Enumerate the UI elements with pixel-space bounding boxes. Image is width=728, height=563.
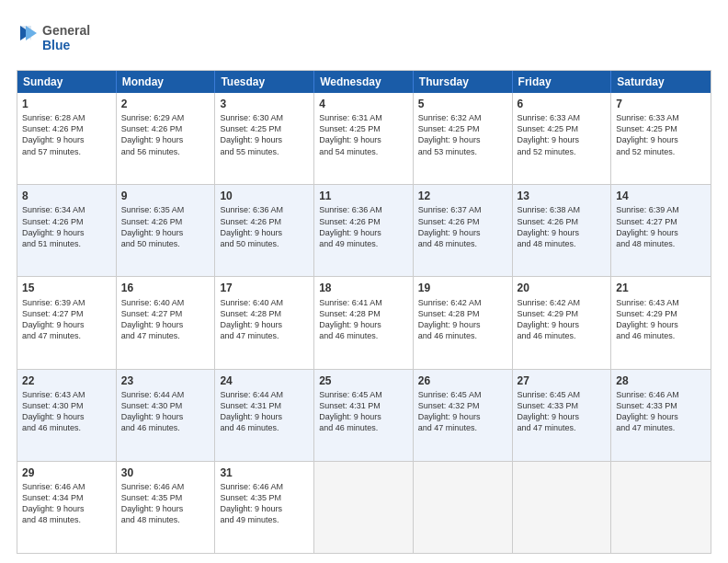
cell-info-line: Sunset: 4:26 PM: [518, 216, 607, 227]
cell-info-line: Sunrise: 6:33 AM: [518, 112, 607, 123]
cell-info-line: and 48 minutes.: [121, 514, 210, 525]
cell-info-line: Daylight: 9 hours: [319, 319, 408, 330]
cell-info-line: and 46 minutes.: [319, 330, 408, 341]
cell-info-line: Sunset: 4:26 PM: [418, 216, 507, 227]
day-number: 9: [121, 189, 210, 203]
cell-info-line: and 53 minutes.: [418, 146, 507, 157]
cell-info-line: Sunset: 4:30 PM: [121, 400, 210, 411]
cell-info-line: and 50 minutes.: [220, 238, 309, 249]
calendar-cell: 17Sunrise: 6:40 AMSunset: 4:28 PMDayligh…: [215, 277, 314, 368]
cell-info-line: Daylight: 9 hours: [22, 134, 111, 145]
cell-info-line: and 49 minutes.: [319, 238, 408, 249]
cell-info-line: Daylight: 9 hours: [22, 411, 111, 422]
calendar-cell: 9Sunrise: 6:35 AMSunset: 4:26 PMDaylight…: [117, 185, 216, 276]
cell-info-line: Sunset: 4:35 PM: [220, 492, 309, 503]
day-number: 13: [518, 189, 607, 203]
calendar-cell: 27Sunrise: 6:45 AMSunset: 4:33 PMDayligh…: [513, 370, 612, 461]
cell-info-line: and 52 minutes.: [518, 146, 607, 157]
cell-info-line: Sunset: 4:33 PM: [616, 400, 706, 411]
cell-info-line: Sunset: 4:26 PM: [220, 216, 309, 227]
cell-info-line: Sunset: 4:25 PM: [518, 123, 607, 134]
cell-info-line: and 56 minutes.: [121, 146, 210, 157]
cell-info-line: and 48 minutes.: [418, 238, 507, 249]
cell-info-line: Daylight: 9 hours: [418, 319, 507, 330]
cell-info-line: Daylight: 9 hours: [22, 227, 111, 238]
cell-info-line: and 46 minutes.: [319, 422, 408, 433]
cell-info-line: Daylight: 9 hours: [418, 227, 507, 238]
calendar-cell: 26Sunrise: 6:45 AMSunset: 4:32 PMDayligh…: [414, 370, 513, 461]
day-number: 16: [121, 281, 210, 295]
cell-info-line: Sunset: 4:30 PM: [22, 400, 111, 411]
calendar-cell: 12Sunrise: 6:37 AMSunset: 4:26 PMDayligh…: [414, 185, 513, 276]
cell-info-line: Daylight: 9 hours: [121, 411, 210, 422]
cell-info-line: Daylight: 9 hours: [518, 227, 607, 238]
cell-info-line: Sunset: 4:25 PM: [616, 123, 706, 134]
cell-info-line: Sunrise: 6:39 AM: [22, 297, 111, 308]
cell-info-line: Daylight: 9 hours: [518, 319, 607, 330]
empty-cell: [513, 462, 612, 553]
day-number: 27: [518, 373, 607, 388]
cell-info-line: Sunrise: 6:36 AM: [319, 204, 408, 215]
cell-info-line: and 47 minutes.: [418, 422, 507, 433]
calendar-cell: 25Sunrise: 6:45 AMSunset: 4:31 PMDayligh…: [314, 370, 414, 461]
day-number: 18: [319, 281, 408, 295]
cell-info-line: Daylight: 9 hours: [22, 319, 111, 330]
cell-info-line: Daylight: 9 hours: [616, 227, 706, 238]
day-number: 31: [220, 465, 309, 480]
cell-info-line: Sunrise: 6:35 AM: [121, 204, 210, 215]
calendar-cell: 14Sunrise: 6:39 AMSunset: 4:27 PMDayligh…: [611, 185, 711, 276]
calendar-cell: 13Sunrise: 6:38 AMSunset: 4:26 PMDayligh…: [513, 185, 612, 276]
cell-info-line: Sunrise: 6:44 AM: [220, 389, 309, 400]
cell-info-line: Sunrise: 6:46 AM: [616, 389, 706, 400]
day-number: 3: [220, 97, 309, 111]
calendar-cell: 16Sunrise: 6:40 AMSunset: 4:27 PMDayligh…: [117, 277, 216, 368]
cell-info-line: Sunrise: 6:45 AM: [418, 389, 507, 400]
cell-info-line: Daylight: 9 hours: [319, 411, 408, 422]
cell-info-line: Sunrise: 6:42 AM: [418, 297, 507, 308]
header: General Blue: [17, 17, 711, 61]
logo-text: General Blue: [17, 17, 118, 61]
cell-info-line: Daylight: 9 hours: [616, 134, 706, 145]
cell-info-line: and 55 minutes.: [220, 146, 309, 157]
cell-info-line: Sunset: 4:28 PM: [319, 308, 408, 319]
day-number: 12: [418, 189, 507, 203]
cell-info-line: Daylight: 9 hours: [418, 134, 507, 145]
cell-info-line: Sunrise: 6:39 AM: [616, 204, 706, 215]
cell-info-line: Sunrise: 6:34 AM: [22, 204, 111, 215]
weekday-header: Sunday: [17, 71, 117, 93]
cell-info-line: Sunrise: 6:45 AM: [319, 389, 408, 400]
day-number: 5: [418, 97, 507, 111]
cell-info-line: and 47 minutes.: [616, 422, 706, 433]
day-number: 8: [22, 189, 111, 203]
cell-info-line: Sunset: 4:31 PM: [319, 400, 408, 411]
calendar-cell: 19Sunrise: 6:42 AMSunset: 4:28 PMDayligh…: [414, 277, 513, 368]
day-number: 20: [518, 281, 607, 295]
cell-info-line: Sunset: 4:32 PM: [418, 400, 507, 411]
cell-info-line: Sunset: 4:26 PM: [121, 216, 210, 227]
calendar-cell: 4Sunrise: 6:31 AMSunset: 4:25 PMDaylight…: [314, 93, 414, 184]
cell-info-line: Daylight: 9 hours: [121, 319, 210, 330]
weekday-header: Thursday: [414, 71, 513, 93]
cell-info-line: Sunset: 4:25 PM: [319, 123, 408, 134]
day-number: 28: [616, 373, 706, 388]
day-number: 15: [22, 281, 111, 295]
calendar-cell: 2Sunrise: 6:29 AMSunset: 4:26 PMDaylight…: [117, 93, 216, 184]
cell-info-line: Sunrise: 6:43 AM: [616, 297, 706, 308]
day-number: 19: [418, 281, 507, 295]
calendar-body: 1Sunrise: 6:28 AMSunset: 4:26 PMDaylight…: [17, 93, 711, 553]
cell-info-line: Sunset: 4:35 PM: [121, 492, 210, 503]
cell-info-line: Sunrise: 6:44 AM: [121, 389, 210, 400]
calendar-cell: 11Sunrise: 6:36 AMSunset: 4:26 PMDayligh…: [314, 185, 414, 276]
cell-info-line: Sunrise: 6:31 AM: [319, 112, 408, 123]
cell-info-line: and 47 minutes.: [518, 422, 607, 433]
day-number: 17: [220, 281, 309, 295]
cell-info-line: Sunrise: 6:37 AM: [418, 204, 507, 215]
calendar-row: 8Sunrise: 6:34 AMSunset: 4:26 PMDaylight…: [17, 185, 711, 277]
day-number: 29: [22, 465, 111, 480]
cell-info-line: Sunset: 4:27 PM: [616, 216, 706, 227]
cell-info-line: and 50 minutes.: [121, 238, 210, 249]
cell-info-line: and 47 minutes.: [220, 330, 309, 341]
cell-info-line: and 47 minutes.: [121, 330, 210, 341]
calendar-cell: 30Sunrise: 6:46 AMSunset: 4:35 PMDayligh…: [117, 462, 216, 553]
weekday-header: Tuesday: [215, 71, 314, 93]
